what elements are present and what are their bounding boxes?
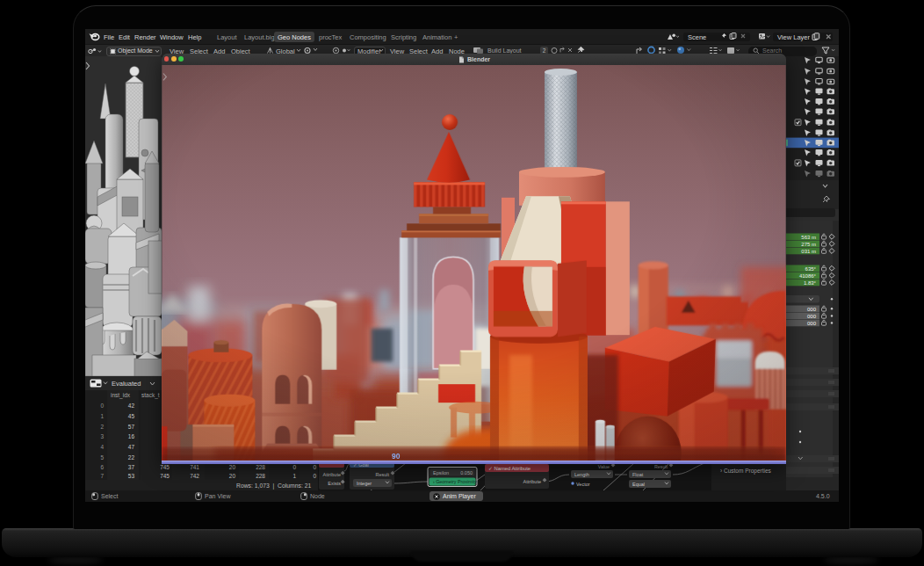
svg-text:563 m: 563 m bbox=[801, 235, 816, 240]
svg-text:✓ Named Attribute: ✓ Named Attribute bbox=[488, 466, 531, 471]
svg-text:› Custom Properties: › Custom Properties bbox=[720, 468, 772, 475]
svg-text:0.050: 0.050 bbox=[460, 470, 473, 475]
svg-text:› Geometry Proximity: › Geometry Proximity bbox=[433, 479, 477, 484]
svg-text:Value: Value bbox=[598, 464, 610, 469]
svg-text:Float: Float bbox=[632, 472, 644, 477]
svg-text:Length: Length bbox=[574, 472, 589, 477]
svg-text:41086°: 41086° bbox=[799, 273, 817, 279]
svg-text:Exists: Exists bbox=[328, 481, 341, 486]
svg-text:Epsilon: Epsilon bbox=[433, 470, 449, 475]
svg-text:Attribute: Attribute bbox=[323, 472, 341, 477]
svg-text:Equal: Equal bbox=[632, 482, 645, 487]
svg-text:635°: 635° bbox=[805, 266, 817, 272]
svg-text:1.83°: 1.83° bbox=[804, 280, 817, 286]
svg-text:000: 000 bbox=[807, 314, 817, 319]
svg-text:275 m: 275 m bbox=[801, 242, 816, 247]
svg-text:000: 000 bbox=[807, 321, 817, 326]
svg-text:Integer: Integer bbox=[357, 481, 372, 486]
svg-text:Result: Result bbox=[375, 472, 389, 477]
svg-text:90: 90 bbox=[392, 452, 401, 461]
svg-text:Attribute: Attribute bbox=[523, 479, 541, 484]
svg-text:031 m: 031 m bbox=[801, 249, 816, 254]
svg-text:Result: Result bbox=[654, 464, 668, 469]
svg-text:000: 000 bbox=[807, 307, 817, 312]
svg-text:Vector: Vector bbox=[576, 482, 590, 487]
